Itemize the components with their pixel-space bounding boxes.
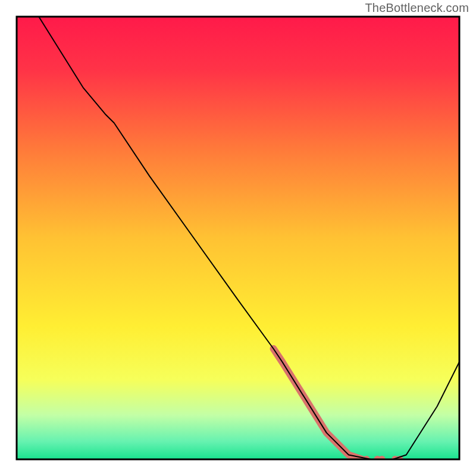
bottleneck-chart (0, 0, 476, 476)
watermark-text: TheBottleneck.com (365, 1, 469, 15)
plot-background (17, 17, 459, 459)
